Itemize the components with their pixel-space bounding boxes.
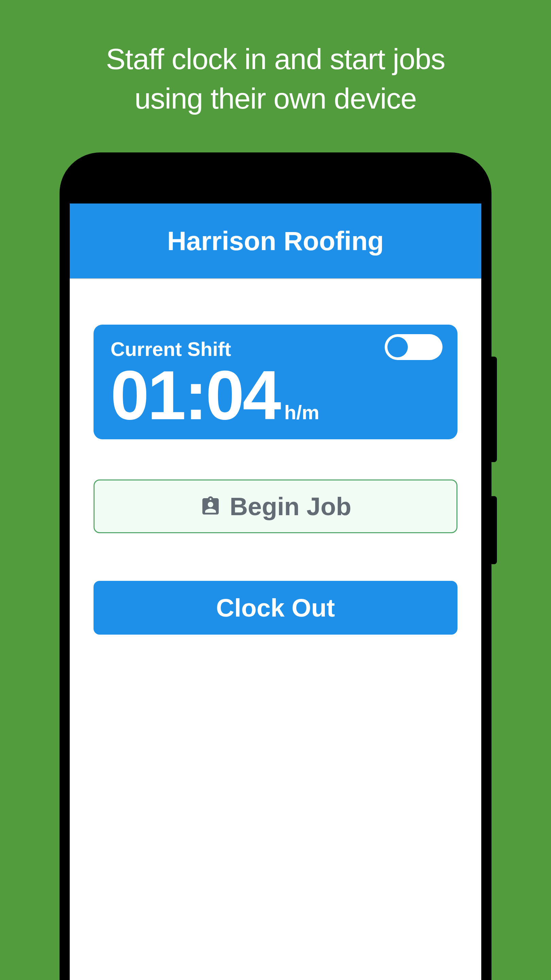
app-title: Harrison Roofing [167, 226, 384, 256]
app-content: Current Shift 01:04 h/m Begin Job Clock … [70, 279, 481, 635]
phone-screen: Harrison Roofing Current Shift 01:04 h/m [70, 204, 481, 980]
begin-job-button[interactable]: Begin Job [94, 479, 457, 533]
assignment-person-icon [200, 495, 221, 517]
current-shift-card: Current Shift 01:04 h/m [94, 325, 457, 439]
promo-headline: Staff clock in and start jobs using thei… [0, 0, 551, 118]
toggle-knob [387, 337, 408, 357]
phone-frame: Harrison Roofing Current Shift 01:04 h/m [60, 153, 491, 980]
phone-side-button [491, 356, 497, 462]
clock-out-label: Clock Out [216, 593, 335, 622]
clock-out-button[interactable]: Clock Out [94, 581, 457, 635]
shift-time-unit: h/m [284, 401, 319, 426]
shift-toggle[interactable] [385, 334, 443, 360]
shift-time-value: 01:04 [111, 360, 279, 430]
phone-side-button [491, 496, 497, 564]
shift-time-row: 01:04 h/m [111, 360, 440, 430]
begin-job-label: Begin Job [230, 492, 351, 521]
app-header: Harrison Roofing [70, 204, 481, 279]
